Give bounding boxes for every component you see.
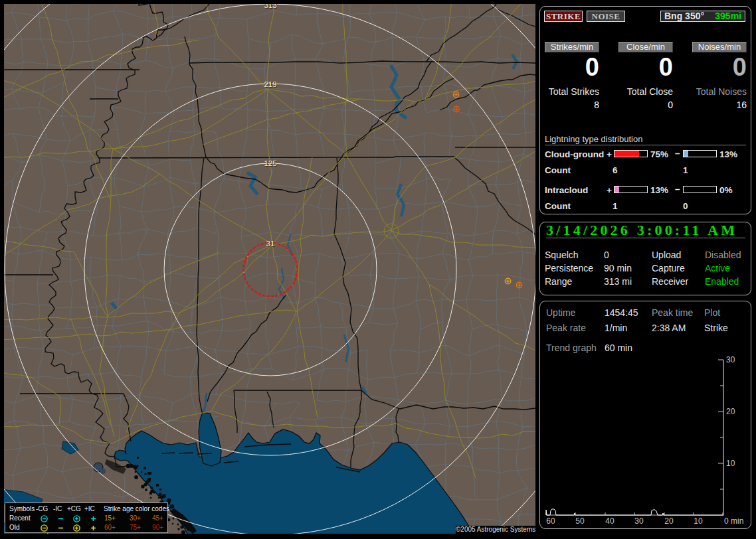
svg-text:10: 10 <box>694 516 703 526</box>
svg-text:10: 10 <box>726 459 735 468</box>
svg-text:30: 30 <box>634 516 644 526</box>
svg-text:50: 50 <box>575 516 585 526</box>
svg-text:0 min: 0 min <box>724 516 743 526</box>
svg-text:30: 30 <box>726 355 735 364</box>
svg-text:60: 60 <box>546 516 555 526</box>
svg-text:40: 40 <box>605 516 614 526</box>
svg-text:20: 20 <box>664 516 674 526</box>
svg-text:20: 20 <box>726 407 735 416</box>
